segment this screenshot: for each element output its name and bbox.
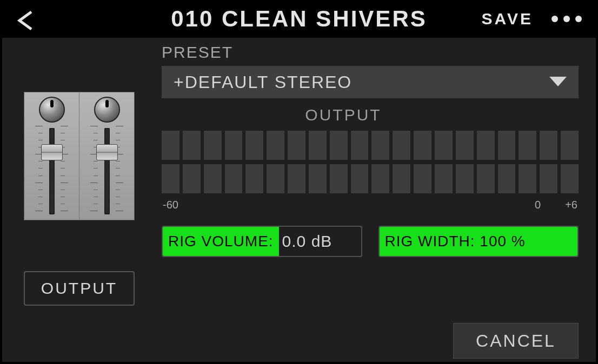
meter-segment — [204, 131, 222, 160]
meter-segment — [371, 131, 389, 160]
meter-segment — [561, 131, 579, 160]
meter-segment — [351, 131, 369, 160]
meter-segment — [477, 131, 495, 160]
meter-scale-max: +6 — [565, 199, 577, 211]
meter-segment — [204, 164, 222, 193]
preset-value: +DEFAULT STEREO — [174, 72, 352, 92]
mixer-channel-left — [24, 92, 79, 220]
header-bar: 010 CLEAN SHIVERS SAVE — [0, 0, 598, 38]
meter-segment — [330, 164, 348, 193]
meter-segment — [225, 131, 243, 160]
meter-segment — [162, 164, 180, 193]
fader-track — [49, 128, 55, 214]
output-section-label: OUTPUT — [305, 106, 381, 124]
pan-knob-icon — [39, 97, 65, 123]
meter-segment — [456, 131, 474, 160]
cancel-button[interactable]: CANCEL — [453, 323, 579, 359]
meter-segment — [351, 164, 369, 193]
meter-row-left — [162, 131, 579, 160]
meter-segment — [477, 164, 495, 193]
pan-knob-icon — [94, 97, 120, 123]
meter-segment — [162, 131, 180, 160]
preset-dropdown[interactable]: +DEFAULT STEREO — [162, 66, 579, 98]
meter-segment — [183, 164, 201, 193]
meter-row-right — [162, 164, 579, 193]
rig-width-label: RIG WIDTH: 100 % — [380, 227, 578, 256]
page-title: 010 CLEAN SHIVERS — [171, 6, 427, 32]
fader-handle-icon — [96, 144, 118, 160]
meter-segment — [245, 164, 263, 193]
fader-track — [104, 128, 110, 214]
mixer-thumbnail[interactable] — [24, 92, 135, 220]
meter-segment — [456, 164, 474, 193]
meter-segment — [245, 131, 263, 160]
back-icon[interactable] — [16, 10, 35, 28]
rig-width-control[interactable]: RIG WIDTH: 100 % — [378, 226, 579, 257]
meter-segment — [183, 131, 201, 160]
preset-label: PRESET — [162, 43, 233, 62]
main-panel: PRESET +DEFAULT STEREO OUTPUT — [2, 38, 596, 362]
fader-handle-icon — [41, 144, 63, 160]
meter-segment — [498, 164, 516, 193]
save-button[interactable]: SAVE — [482, 10, 533, 28]
rig-volume-control[interactable]: RIG VOLUME: 0.0 dB — [162, 226, 362, 257]
output-meter: -60 0 +6 — [162, 131, 579, 211]
meter-scale-min: -60 — [163, 199, 178, 211]
chevron-down-icon — [549, 77, 567, 87]
meter-segment — [330, 131, 348, 160]
rig-volume-value: 0.0 dB — [279, 232, 333, 251]
meter-segment — [309, 131, 327, 160]
meter-segment — [414, 131, 431, 160]
svg-marker-0 — [549, 77, 567, 86]
meter-segment — [309, 164, 327, 193]
meter-scale-zero: 0 — [535, 199, 541, 211]
meter-segment — [225, 164, 243, 193]
meter-segment — [540, 131, 557, 160]
meter-segment — [288, 131, 305, 160]
more-icon[interactable] — [552, 16, 582, 22]
output-button[interactable]: OUTPUT — [24, 271, 135, 306]
mixer-channel-right — [79, 92, 134, 220]
meter-segment — [371, 164, 389, 193]
meter-segment — [435, 164, 453, 193]
meter-segment — [267, 164, 284, 193]
meter-segment — [561, 164, 579, 193]
meter-segment — [519, 164, 536, 193]
meter-segment — [267, 131, 284, 160]
meter-segment — [435, 131, 453, 160]
meter-segment — [519, 131, 536, 160]
rig-volume-label: RIG VOLUME: — [163, 227, 279, 256]
meter-segment — [540, 164, 557, 193]
meter-segment — [498, 131, 516, 160]
meter-segment — [393, 164, 410, 193]
meter-scale: -60 0 +6 — [162, 198, 579, 211]
meter-segment — [288, 164, 305, 193]
meter-segment — [393, 131, 410, 160]
meter-segment — [414, 164, 431, 193]
